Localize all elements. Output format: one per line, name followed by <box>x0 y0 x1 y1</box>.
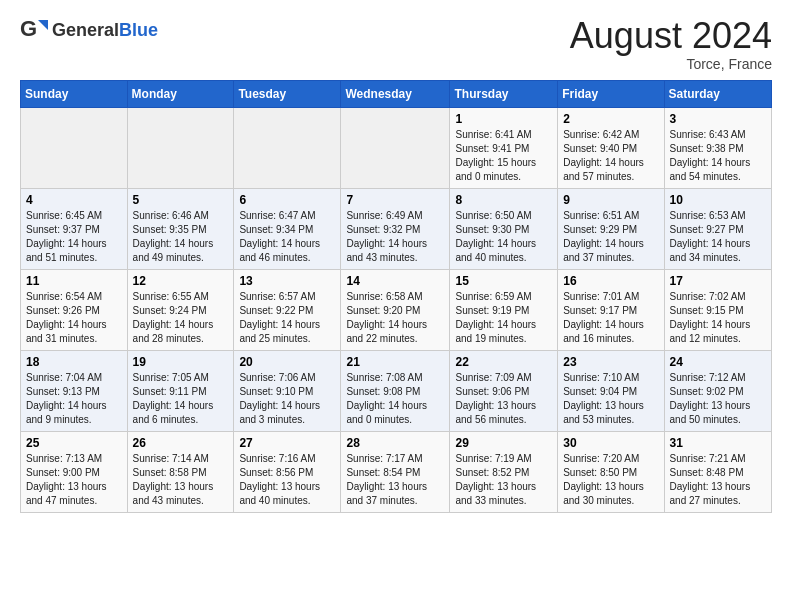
calendar-cell: 22Sunrise: 7:09 AM Sunset: 9:06 PM Dayli… <box>450 350 558 431</box>
page-header: G GeneralBlue August 2024 Torce, France <box>20 16 772 72</box>
calendar-cell: 26Sunrise: 7:14 AM Sunset: 8:58 PM Dayli… <box>127 431 234 512</box>
calendar-cell: 8Sunrise: 6:50 AM Sunset: 9:30 PM Daylig… <box>450 188 558 269</box>
day-info: Sunrise: 6:50 AM Sunset: 9:30 PM Dayligh… <box>455 209 552 265</box>
calendar-cell: 11Sunrise: 6:54 AM Sunset: 9:26 PM Dayli… <box>21 269 128 350</box>
calendar-week-row: 1Sunrise: 6:41 AM Sunset: 9:41 PM Daylig… <box>21 107 772 188</box>
day-info: Sunrise: 6:51 AM Sunset: 9:29 PM Dayligh… <box>563 209 658 265</box>
day-number: 27 <box>239 436 335 450</box>
calendar-cell: 17Sunrise: 7:02 AM Sunset: 9:15 PM Dayli… <box>664 269 771 350</box>
day-info: Sunrise: 7:05 AM Sunset: 9:11 PM Dayligh… <box>133 371 229 427</box>
day-number: 21 <box>346 355 444 369</box>
svg-marker-1 <box>38 20 48 30</box>
calendar-cell: 13Sunrise: 6:57 AM Sunset: 9:22 PM Dayli… <box>234 269 341 350</box>
day-number: 30 <box>563 436 658 450</box>
logo-text-blue: Blue <box>119 20 158 40</box>
day-number: 29 <box>455 436 552 450</box>
calendar-week-row: 11Sunrise: 6:54 AM Sunset: 9:26 PM Dayli… <box>21 269 772 350</box>
day-info: Sunrise: 7:13 AM Sunset: 9:00 PM Dayligh… <box>26 452 122 508</box>
calendar-cell: 21Sunrise: 7:08 AM Sunset: 9:08 PM Dayli… <box>341 350 450 431</box>
calendar-week-row: 4Sunrise: 6:45 AM Sunset: 9:37 PM Daylig… <box>21 188 772 269</box>
calendar-cell: 10Sunrise: 6:53 AM Sunset: 9:27 PM Dayli… <box>664 188 771 269</box>
day-number: 4 <box>26 193 122 207</box>
day-info: Sunrise: 6:42 AM Sunset: 9:40 PM Dayligh… <box>563 128 658 184</box>
day-info: Sunrise: 7:09 AM Sunset: 9:06 PM Dayligh… <box>455 371 552 427</box>
month-year-title: August 2024 <box>570 16 772 56</box>
day-header-wednesday: Wednesday <box>341 80 450 107</box>
calendar-cell: 19Sunrise: 7:05 AM Sunset: 9:11 PM Dayli… <box>127 350 234 431</box>
calendar-cell: 5Sunrise: 6:46 AM Sunset: 9:35 PM Daylig… <box>127 188 234 269</box>
day-info: Sunrise: 7:14 AM Sunset: 8:58 PM Dayligh… <box>133 452 229 508</box>
calendar-cell: 4Sunrise: 6:45 AM Sunset: 9:37 PM Daylig… <box>21 188 128 269</box>
location-label: Torce, France <box>570 56 772 72</box>
calendar-cell: 9Sunrise: 6:51 AM Sunset: 9:29 PM Daylig… <box>558 188 664 269</box>
day-number: 2 <box>563 112 658 126</box>
day-info: Sunrise: 6:46 AM Sunset: 9:35 PM Dayligh… <box>133 209 229 265</box>
calendar-cell: 2Sunrise: 6:42 AM Sunset: 9:40 PM Daylig… <box>558 107 664 188</box>
day-info: Sunrise: 7:19 AM Sunset: 8:52 PM Dayligh… <box>455 452 552 508</box>
calendar-cell: 12Sunrise: 6:55 AM Sunset: 9:24 PM Dayli… <box>127 269 234 350</box>
calendar-cell: 14Sunrise: 6:58 AM Sunset: 9:20 PM Dayli… <box>341 269 450 350</box>
calendar-cell: 25Sunrise: 7:13 AM Sunset: 9:00 PM Dayli… <box>21 431 128 512</box>
day-number: 5 <box>133 193 229 207</box>
calendar-cell: 6Sunrise: 6:47 AM Sunset: 9:34 PM Daylig… <box>234 188 341 269</box>
calendar-cell: 29Sunrise: 7:19 AM Sunset: 8:52 PM Dayli… <box>450 431 558 512</box>
day-info: Sunrise: 6:59 AM Sunset: 9:19 PM Dayligh… <box>455 290 552 346</box>
day-number: 3 <box>670 112 766 126</box>
calendar-cell: 30Sunrise: 7:20 AM Sunset: 8:50 PM Dayli… <box>558 431 664 512</box>
day-info: Sunrise: 7:10 AM Sunset: 9:04 PM Dayligh… <box>563 371 658 427</box>
day-number: 15 <box>455 274 552 288</box>
day-number: 11 <box>26 274 122 288</box>
day-info: Sunrise: 7:21 AM Sunset: 8:48 PM Dayligh… <box>670 452 766 508</box>
day-number: 20 <box>239 355 335 369</box>
day-info: Sunrise: 6:43 AM Sunset: 9:38 PM Dayligh… <box>670 128 766 184</box>
day-header-thursday: Thursday <box>450 80 558 107</box>
day-info: Sunrise: 6:41 AM Sunset: 9:41 PM Dayligh… <box>455 128 552 184</box>
day-info: Sunrise: 6:47 AM Sunset: 9:34 PM Dayligh… <box>239 209 335 265</box>
day-info: Sunrise: 7:01 AM Sunset: 9:17 PM Dayligh… <box>563 290 658 346</box>
day-info: Sunrise: 7:12 AM Sunset: 9:02 PM Dayligh… <box>670 371 766 427</box>
day-header-sunday: Sunday <box>21 80 128 107</box>
calendar-cell: 23Sunrise: 7:10 AM Sunset: 9:04 PM Dayli… <box>558 350 664 431</box>
day-number: 9 <box>563 193 658 207</box>
calendar-header-row: SundayMondayTuesdayWednesdayThursdayFrid… <box>21 80 772 107</box>
day-number: 12 <box>133 274 229 288</box>
day-number: 8 <box>455 193 552 207</box>
calendar-week-row: 18Sunrise: 7:04 AM Sunset: 9:13 PM Dayli… <box>21 350 772 431</box>
day-number: 6 <box>239 193 335 207</box>
day-number: 24 <box>670 355 766 369</box>
day-info: Sunrise: 7:04 AM Sunset: 9:13 PM Dayligh… <box>26 371 122 427</box>
logo-icon: G <box>20 16 48 44</box>
day-header-tuesday: Tuesday <box>234 80 341 107</box>
svg-text:G: G <box>20 16 37 41</box>
day-info: Sunrise: 7:06 AM Sunset: 9:10 PM Dayligh… <box>239 371 335 427</box>
calendar-cell: 7Sunrise: 6:49 AM Sunset: 9:32 PM Daylig… <box>341 188 450 269</box>
day-number: 7 <box>346 193 444 207</box>
day-number: 17 <box>670 274 766 288</box>
day-info: Sunrise: 7:08 AM Sunset: 9:08 PM Dayligh… <box>346 371 444 427</box>
logo: G GeneralBlue <box>20 16 158 44</box>
calendar-cell: 1Sunrise: 6:41 AM Sunset: 9:41 PM Daylig… <box>450 107 558 188</box>
day-number: 22 <box>455 355 552 369</box>
calendar-cell <box>234 107 341 188</box>
calendar-cell: 31Sunrise: 7:21 AM Sunset: 8:48 PM Dayli… <box>664 431 771 512</box>
day-number: 18 <box>26 355 122 369</box>
day-info: Sunrise: 7:16 AM Sunset: 8:56 PM Dayligh… <box>239 452 335 508</box>
calendar-cell: 27Sunrise: 7:16 AM Sunset: 8:56 PM Dayli… <box>234 431 341 512</box>
title-block: August 2024 Torce, France <box>570 16 772 72</box>
calendar-cell <box>341 107 450 188</box>
day-number: 19 <box>133 355 229 369</box>
calendar-cell <box>21 107 128 188</box>
logo-text-general: General <box>52 20 119 40</box>
day-number: 31 <box>670 436 766 450</box>
day-info: Sunrise: 6:57 AM Sunset: 9:22 PM Dayligh… <box>239 290 335 346</box>
day-header-monday: Monday <box>127 80 234 107</box>
day-number: 10 <box>670 193 766 207</box>
calendar-cell <box>127 107 234 188</box>
day-info: Sunrise: 7:17 AM Sunset: 8:54 PM Dayligh… <box>346 452 444 508</box>
day-number: 23 <box>563 355 658 369</box>
day-info: Sunrise: 7:02 AM Sunset: 9:15 PM Dayligh… <box>670 290 766 346</box>
day-info: Sunrise: 6:49 AM Sunset: 9:32 PM Dayligh… <box>346 209 444 265</box>
calendar-cell: 16Sunrise: 7:01 AM Sunset: 9:17 PM Dayli… <box>558 269 664 350</box>
calendar-cell: 15Sunrise: 6:59 AM Sunset: 9:19 PM Dayli… <box>450 269 558 350</box>
day-header-friday: Friday <box>558 80 664 107</box>
